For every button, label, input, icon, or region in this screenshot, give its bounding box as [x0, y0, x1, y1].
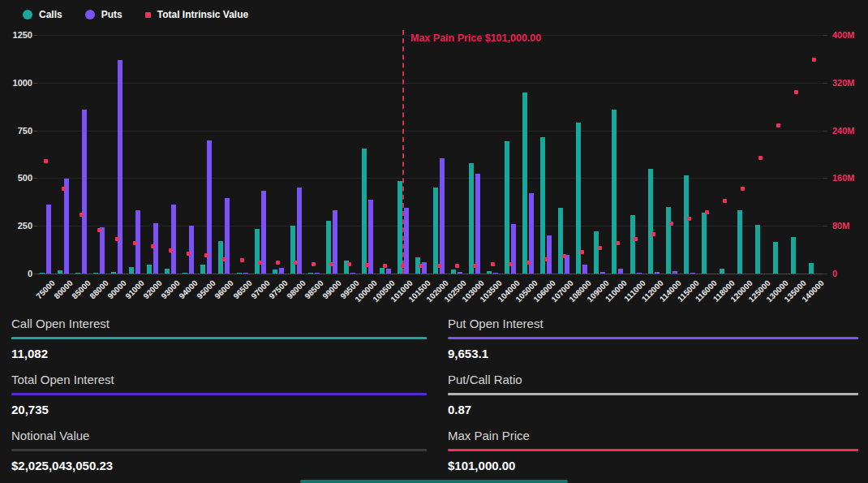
put-bar[interactable]	[46, 205, 51, 274]
call-bar[interactable]	[290, 226, 295, 274]
put-bar[interactable]	[118, 60, 122, 274]
call-bar[interactable]	[75, 273, 80, 274]
legend-item-intrinsic[interactable]: Total Intrinsic Value	[145, 9, 248, 20]
intrinsic-value-point[interactable]	[776, 123, 780, 127]
intrinsic-value-point[interactable]	[634, 237, 638, 241]
call-bar[interactable]	[755, 225, 760, 274]
call-bar[interactable]	[558, 208, 563, 274]
legend-item-puts[interactable]: Puts	[85, 9, 122, 20]
put-bar[interactable]	[511, 224, 516, 274]
intrinsic-value-point[interactable]	[169, 248, 173, 252]
intrinsic-value-point[interactable]	[616, 241, 620, 245]
put-bar[interactable]	[171, 205, 176, 274]
intrinsic-value-point[interactable]	[705, 210, 709, 214]
plot-area[interactable]	[37, 32, 823, 274]
call-bar[interactable]	[522, 93, 527, 274]
intrinsic-value-point[interactable]	[758, 156, 763, 160]
put-bar[interactable]	[582, 265, 587, 274]
put-bar[interactable]	[386, 269, 391, 274]
call-bar[interactable]	[237, 273, 242, 274]
intrinsic-value-point[interactable]	[437, 264, 441, 268]
intrinsic-value-point[interactable]	[347, 262, 351, 266]
intrinsic-value-point[interactable]	[44, 159, 48, 163]
intrinsic-value-point[interactable]	[562, 254, 566, 258]
call-bar[interactable]	[469, 163, 474, 274]
call-bar[interactable]	[630, 215, 635, 274]
intrinsic-value-point[interactable]	[723, 199, 727, 203]
intrinsic-value-point[interactable]	[97, 228, 101, 232]
call-bar[interactable]	[200, 265, 205, 274]
call-bar[interactable]	[684, 175, 689, 274]
put-bar[interactable]	[458, 272, 462, 274]
call-bar[interactable]	[380, 268, 385, 274]
put-bar[interactable]	[64, 179, 69, 274]
intrinsic-value-point[interactable]	[526, 261, 531, 265]
intrinsic-value-point[interactable]	[598, 246, 602, 250]
put-bar[interactable]	[315, 273, 320, 274]
intrinsic-value-point[interactable]	[204, 253, 208, 257]
intrinsic-value-point[interactable]	[651, 232, 655, 236]
intrinsic-value-point[interactable]	[544, 257, 548, 261]
call-bar[interactable]	[540, 137, 545, 274]
call-bar[interactable]	[362, 149, 367, 274]
put-bar[interactable]	[672, 271, 677, 274]
call-bar[interactable]	[773, 242, 778, 274]
put-bar[interactable]	[493, 273, 498, 274]
call-bar[interactable]	[809, 263, 814, 274]
call-bar[interactable]	[93, 273, 98, 274]
call-bar[interactable]	[594, 231, 599, 274]
call-bar[interactable]	[255, 229, 260, 274]
put-bar[interactable]	[279, 268, 284, 274]
intrinsic-value-point[interactable]	[669, 222, 673, 226]
intrinsic-value-point[interactable]	[312, 262, 316, 266]
intrinsic-value-point[interactable]	[222, 257, 226, 261]
put-bar[interactable]	[618, 269, 623, 274]
call-bar[interactable]	[273, 270, 277, 274]
put-bar[interactable]	[547, 235, 552, 274]
call-bar[interactable]	[129, 267, 134, 274]
call-bar[interactable]	[702, 213, 707, 274]
call-bar[interactable]	[720, 269, 724, 274]
legend-item-calls[interactable]: Calls	[23, 9, 62, 20]
call-bar[interactable]	[612, 110, 617, 274]
put-bar[interactable]	[600, 272, 605, 274]
put-bar[interactable]	[440, 158, 445, 274]
call-bar[interactable]	[791, 237, 796, 274]
call-bar[interactable]	[666, 207, 671, 274]
intrinsic-value-point[interactable]	[812, 58, 816, 62]
intrinsic-value-point[interactable]	[115, 237, 119, 241]
intrinsic-value-point[interactable]	[151, 244, 155, 248]
intrinsic-value-point[interactable]	[580, 250, 584, 254]
intrinsic-value-point[interactable]	[79, 213, 84, 217]
put-bar[interactable]	[82, 110, 87, 274]
intrinsic-value-point[interactable]	[187, 252, 191, 256]
intrinsic-value-point[interactable]	[133, 241, 137, 245]
put-bar[interactable]	[350, 273, 355, 274]
intrinsic-value-point[interactable]	[741, 187, 745, 191]
call-bar[interactable]	[165, 269, 170, 274]
intrinsic-value-point[interactable]	[491, 262, 495, 266]
intrinsic-value-point[interactable]	[419, 264, 423, 268]
intrinsic-value-point[interactable]	[794, 90, 798, 94]
intrinsic-value-point[interactable]	[687, 217, 691, 221]
intrinsic-value-point[interactable]	[329, 262, 333, 266]
call-bar[interactable]	[147, 265, 152, 274]
intrinsic-value-point[interactable]	[473, 264, 477, 268]
intrinsic-value-point[interactable]	[455, 264, 459, 268]
call-bar[interactable]	[487, 271, 492, 274]
intrinsic-value-point[interactable]	[258, 261, 262, 265]
intrinsic-value-point[interactable]	[365, 263, 369, 267]
call-bar[interactable]	[111, 272, 116, 274]
horizontal-scrollbar-thumb[interactable]	[300, 480, 568, 483]
put-bar[interactable]	[475, 174, 480, 274]
call-bar[interactable]	[648, 169, 653, 274]
put-bar[interactable]	[100, 227, 105, 274]
put-bar[interactable]	[655, 272, 660, 274]
call-bar[interactable]	[433, 188, 438, 274]
call-bar[interactable]	[737, 210, 742, 274]
put-bar[interactable]	[189, 226, 194, 274]
put-bar[interactable]	[243, 273, 248, 274]
call-bar[interactable]	[505, 141, 509, 274]
intrinsic-value-point[interactable]	[383, 264, 387, 268]
call-bar[interactable]	[451, 270, 456, 274]
